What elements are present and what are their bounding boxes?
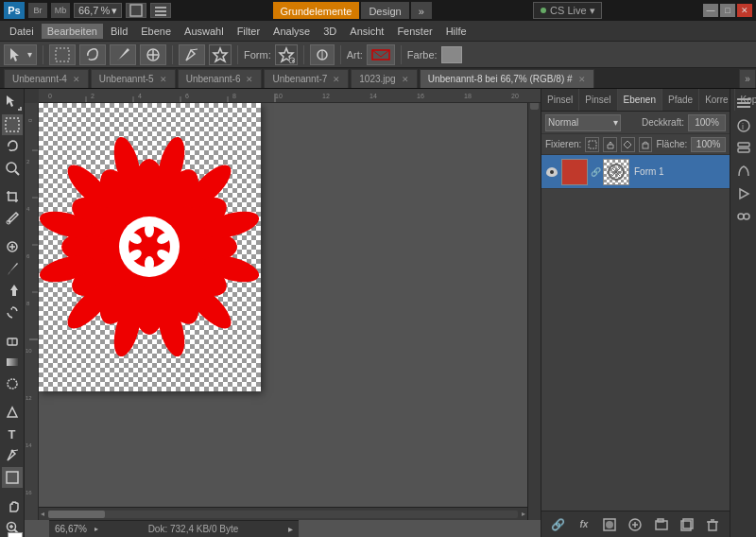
link-layers-btn[interactable]: 🔗: [549, 515, 568, 534]
crop-tool-btn[interactable]: [2, 186, 23, 207]
extras-btn[interactable]: [150, 3, 171, 18]
scroll-left-btn[interactable]: ◂: [39, 508, 46, 520]
lasso-tool-btn[interactable]: [2, 136, 23, 157]
menu-hilfe[interactable]: Hilfe: [440, 24, 472, 39]
gradient-tool-btn[interactable]: [2, 352, 23, 372]
history-brush-btn[interactable]: [2, 302, 23, 322]
eyedropper-tool-btn[interactable]: [2, 208, 23, 229]
close-btn[interactable]: ✕: [737, 4, 752, 17]
tab-1023jpg[interactable]: 1023.jpg ✕: [351, 69, 417, 88]
new-group-btn[interactable]: [652, 515, 671, 534]
background-color[interactable]: [8, 532, 23, 537]
tab-unbenannt6[interactable]: Unbenannt-6 ✕: [178, 69, 263, 88]
brush-tool-btn[interactable]: [2, 258, 23, 279]
menu-ansicht[interactable]: Ansicht: [344, 24, 389, 39]
workspace-overflow-btn[interactable]: »: [411, 2, 432, 19]
lock-image-btn[interactable]: [603, 137, 617, 152]
zoom-display[interactable]: 66,7 % ▾: [74, 3, 122, 18]
panel-tab-kopie[interactable]: Kopie: [735, 89, 756, 111]
tabs-overflow-btn[interactable]: »: [739, 69, 756, 88]
menu-ebene[interactable]: Ebene: [135, 24, 177, 39]
fill-input[interactable]: 100%: [691, 137, 726, 152]
menu-bearbeiten[interactable]: Bearbeiten: [42, 24, 103, 39]
mini-panel-btn-6[interactable]: [733, 206, 754, 227]
marquee-tool-btn[interactable]: [2, 114, 23, 135]
status-triangle-icon[interactable]: ▸: [94, 525, 98, 533]
tab-close-btn[interactable]: ✕: [73, 75, 80, 84]
tab-unbenannt7[interactable]: Unbenannt-7 ✕: [264, 69, 349, 88]
layer-thumbnail-fx[interactable]: [603, 159, 629, 185]
scrollbar-horizontal[interactable]: ◂ ▸: [39, 507, 527, 520]
scrollbar-vertical[interactable]: [527, 89, 541, 520]
custom-shape-opt[interactable]: [209, 44, 232, 65]
tool-preset-picker[interactable]: ▾: [4, 44, 37, 65]
canvas-document[interactable]: [39, 103, 527, 507]
bridge-logo-icon[interactable]: Br: [28, 3, 47, 18]
add-mask-btn[interactable]: [600, 515, 619, 534]
geometry-options-btn[interactable]: [310, 44, 335, 65]
tab-close-btn[interactable]: ✕: [402, 75, 409, 84]
blur-tool-btn[interactable]: [2, 373, 23, 394]
panel-tab-pinsel1[interactable]: Pinsel: [541, 89, 579, 111]
shape-picker-btn[interactable]: ★: [275, 44, 298, 65]
add-style-btn[interactable]: fx: [575, 515, 593, 534]
workspace-design-btn[interactable]: Design: [361, 2, 408, 19]
new-layer-btn[interactable]: [678, 515, 696, 534]
tab-close-btn[interactable]: ✕: [160, 75, 167, 84]
lasso-tool-opt[interactable]: [79, 44, 106, 65]
clone-stamp-btn[interactable]: [2, 280, 23, 301]
menu-auswahl[interactable]: Auswahl: [179, 24, 230, 39]
pen-tool-opt[interactable]: [179, 44, 205, 65]
mini-panel-btn-4[interactable]: [733, 161, 754, 182]
mini-panel-btn-2[interactable]: i: [733, 115, 754, 136]
tab-close-btn[interactable]: ✕: [578, 75, 586, 84]
canvas-area[interactable]: 0 2 4 6 8 10 12 14 16 18 20 22 24: [25, 89, 541, 537]
tab-close-btn[interactable]: ✕: [333, 75, 340, 84]
panel-tab-korre[interactable]: Korre: [699, 89, 734, 111]
mini-bridge-icon[interactable]: Mb: [51, 3, 70, 18]
blend-mode-select[interactable]: Normal ▾: [545, 114, 621, 131]
lock-position-btn[interactable]: [621, 137, 635, 152]
minimize-btn[interactable]: —: [703, 4, 718, 17]
lock-all-btn[interactable]: [639, 137, 653, 152]
scrollbar-h-track[interactable]: [48, 511, 518, 518]
menu-bild[interactable]: Bild: [105, 24, 133, 39]
color-swatch[interactable]: [441, 46, 462, 63]
brush-tool-opt[interactable]: [110, 44, 136, 65]
tab-unbenannt5[interactable]: Unbenannt-5 ✕: [91, 69, 176, 88]
panel-tab-pfade[interactable]: Pfade: [662, 89, 699, 111]
pen-tool-btn[interactable]: [2, 445, 23, 466]
workspace-grundelemente-btn[interactable]: Grundelemente: [273, 2, 360, 19]
menu-filter[interactable]: Filter: [232, 24, 266, 39]
path-tool-btn[interactable]: [2, 402, 23, 423]
status-nav-icon[interactable]: ▸: [288, 524, 293, 534]
layers-list[interactable]: 🔗 Form 1: [541, 155, 730, 511]
eraser-tool-btn[interactable]: [2, 330, 23, 351]
menu-datei[interactable]: Datei: [4, 24, 40, 39]
text-tool-btn[interactable]: T: [2, 424, 23, 444]
menu-fenster[interactable]: Fenster: [391, 24, 438, 39]
marquee-tool-opt[interactable]: [49, 44, 76, 65]
layer-visibility-toggle[interactable]: [545, 165, 558, 179]
scroll-thumb-h[interactable]: [48, 511, 105, 518]
quickselect-tool-btn[interactable]: [2, 158, 23, 179]
hand-tool-btn[interactable]: [2, 495, 23, 516]
layer-thumbnail-red[interactable]: [561, 159, 588, 185]
menu-3d[interactable]: 3D: [318, 24, 342, 39]
maximize-btn[interactable]: □: [720, 4, 735, 17]
cs-live-btn[interactable]: CS Live ▾: [533, 2, 602, 19]
tab-close-btn[interactable]: ✕: [246, 75, 253, 84]
layer-form1[interactable]: 🔗 Form 1: [541, 155, 730, 189]
tab-unbenannt4[interactable]: Unbenannt-4 ✕: [4, 69, 89, 88]
mini-panel-btn-3[interactable]: [733, 138, 754, 159]
new-adjustment-btn[interactable]: [626, 515, 644, 534]
scroll-right-btn[interactable]: ▸: [520, 508, 527, 520]
art-mode-btn[interactable]: [367, 44, 395, 65]
clone-tool-opt[interactable]: [140, 44, 166, 65]
screen-mode-btn[interactable]: [126, 3, 146, 18]
opacity-input[interactable]: 100%: [688, 114, 726, 131]
mini-panel-btn-5[interactable]: [733, 183, 754, 204]
move-tool-btn[interactable]: [2, 91, 23, 112]
shape-tool-btn[interactable]: [2, 467, 23, 488]
tab-unbenannt8[interactable]: Unbenannt-8 bei 66,7% (RGB/8) # ✕: [420, 69, 594, 88]
